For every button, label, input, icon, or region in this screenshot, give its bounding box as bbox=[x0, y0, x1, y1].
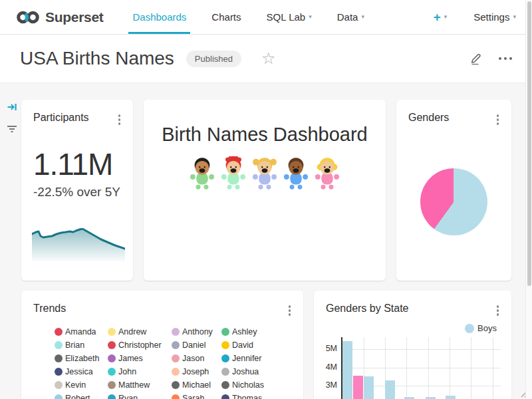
legend-color-dot bbox=[108, 341, 116, 349]
y-axis-tick-label: 4M bbox=[314, 362, 337, 372]
edit-dashboard-button[interactable] bbox=[469, 52, 483, 65]
legend-color-dot bbox=[55, 394, 63, 399]
y-axis-tick-label: 3M bbox=[314, 380, 337, 390]
legend-item-john[interactable]: John bbox=[108, 365, 172, 378]
legend-item-ryan[interactable]: Ryan bbox=[108, 392, 172, 399]
gridline-vertical bbox=[471, 337, 471, 399]
bar-boys[interactable] bbox=[446, 396, 456, 399]
legend-color-dot bbox=[108, 381, 116, 389]
trends-card: Trends AmandaAndrewAnthonyAshleyBrianChr… bbox=[21, 291, 303, 399]
legend-item-michael[interactable]: Michael bbox=[172, 378, 221, 392]
baby-emoji-3 bbox=[250, 156, 279, 190]
published-badge[interactable]: Published bbox=[186, 51, 241, 67]
legend-label: Sarah bbox=[182, 394, 204, 399]
favorite-star-icon[interactable]: ☆ bbox=[261, 51, 276, 66]
big-number-delta: -22.5% over 5Y bbox=[33, 185, 133, 200]
baby-emoji-5 bbox=[313, 156, 342, 190]
legend-item-jennifer[interactable]: Jennifer bbox=[221, 352, 288, 365]
legend-item-jessica[interactable]: Jessica bbox=[55, 365, 108, 378]
superset-logo[interactable]: Superset bbox=[16, 9, 103, 25]
app-window: Superset Dashboards Charts SQL Lab ▾ Dat… bbox=[0, 0, 532, 399]
legend-label: Ryan bbox=[118, 394, 138, 399]
legend-item-thomas[interactable]: Thomas bbox=[221, 392, 288, 399]
legend-color-dot bbox=[172, 328, 180, 336]
nav-label: Data bbox=[337, 11, 358, 23]
legend-color-dot bbox=[172, 394, 180, 399]
legend-label: Andrew bbox=[118, 327, 146, 336]
scrollbar-thumb[interactable] bbox=[527, 1, 531, 286]
caret-down-icon: ▾ bbox=[361, 14, 364, 20]
bar-girls[interactable] bbox=[353, 376, 363, 399]
legend-label: Brian bbox=[65, 340, 84, 350]
settings-menu[interactable]: Settings ▾ bbox=[473, 11, 516, 23]
baby-emoji-4 bbox=[281, 156, 311, 190]
genders-pie[interactable] bbox=[420, 168, 487, 235]
legend-item-james[interactable]: James bbox=[108, 352, 172, 365]
legend-color-dot bbox=[172, 381, 180, 389]
y-axis-tick-label: 5M bbox=[314, 344, 337, 353]
legend-color-dot bbox=[221, 368, 229, 376]
legend-label: Anthony bbox=[182, 327, 213, 336]
navbar-right: + ▾ Settings ▾ bbox=[434, 11, 516, 23]
legend-item-jason[interactable]: Jason bbox=[172, 352, 221, 365]
legend-label: David bbox=[232, 340, 253, 350]
legend-item-sarah[interactable]: Sarah bbox=[172, 392, 221, 399]
legend-item-joshua[interactable]: Joshua bbox=[221, 365, 288, 378]
expand-filter-panel-button[interactable] bbox=[5, 100, 19, 114]
legend-label: Michael bbox=[182, 380, 211, 390]
legend-item-nicholas[interactable]: Nicholas bbox=[221, 378, 288, 392]
top-navbar: Superset Dashboards Charts SQL Lab ▾ Dat… bbox=[0, 0, 532, 35]
legend-label: Jessica bbox=[65, 367, 93, 376]
gridline-vertical bbox=[428, 337, 429, 399]
page-scrollbar bbox=[525, 0, 532, 399]
nav-item-data[interactable]: Data ▾ bbox=[337, 0, 364, 34]
legend-label: Matthew bbox=[118, 380, 150, 390]
filter-list-button[interactable] bbox=[5, 123, 19, 135]
header-actions bbox=[469, 52, 513, 65]
legend-item-kevin[interactable]: Kevin bbox=[55, 378, 108, 392]
legend-item-daniel[interactable]: Daniel bbox=[172, 338, 221, 352]
legend-item-robert[interactable]: Robert bbox=[55, 392, 108, 399]
legend-item-christopher[interactable]: Christopher bbox=[108, 338, 172, 352]
legend-color-dot bbox=[221, 341, 229, 349]
nav-item-sql-lab[interactable]: SQL Lab ▾ bbox=[267, 0, 312, 34]
legend-color-dot bbox=[55, 354, 63, 362]
legend-item-joseph[interactable]: Joseph bbox=[172, 365, 221, 378]
caret-down-icon: ▾ bbox=[309, 14, 312, 20]
legend-item-matthew[interactable]: Matthew bbox=[108, 378, 172, 392]
new-item-button[interactable]: + ▾ bbox=[434, 11, 448, 23]
kebab-menu-icon[interactable] bbox=[287, 303, 293, 319]
legend-color-dot bbox=[108, 368, 116, 376]
legend-item-ashley[interactable]: Ashley bbox=[221, 325, 288, 338]
legend-label: Amanda bbox=[65, 327, 96, 336]
legend-color-dot bbox=[221, 328, 229, 336]
bar-boys[interactable] bbox=[404, 397, 414, 399]
more-options-button[interactable] bbox=[499, 57, 513, 61]
brand-name: Superset bbox=[45, 9, 103, 25]
legend-label: Elizabeth bbox=[65, 354, 99, 363]
legend-item-anthony[interactable]: Anthony bbox=[172, 325, 221, 338]
gridline-horizontal bbox=[342, 349, 501, 350]
bar-boys[interactable] bbox=[385, 380, 395, 399]
kebab-menu-icon[interactable] bbox=[495, 112, 501, 128]
legend-label: James bbox=[118, 354, 143, 363]
legend-color-dot bbox=[221, 394, 229, 399]
trends-legend: AmandaAndrewAnthonyAshleyBrianChristophe… bbox=[55, 325, 288, 399]
big-number-value: 1.11M bbox=[33, 146, 133, 182]
legend-item-david[interactable]: David bbox=[221, 338, 288, 352]
legend-color-dot bbox=[172, 368, 180, 376]
kebab-menu-icon[interactable] bbox=[116, 112, 123, 128]
legend-label: Joseph bbox=[182, 367, 209, 376]
legend-item-brian[interactable]: Brian bbox=[55, 338, 108, 352]
bar-boys[interactable] bbox=[364, 376, 374, 399]
legend-label: Ashley bbox=[232, 327, 257, 336]
legend-item-elizabeth[interactable]: Elizabeth bbox=[55, 352, 108, 365]
legend-item-andrew[interactable]: Andrew bbox=[108, 325, 172, 338]
legend-label: John bbox=[118, 367, 136, 376]
bar-boys[interactable] bbox=[426, 397, 436, 399]
legend-color-dot bbox=[221, 381, 229, 389]
nav-item-charts[interactable]: Charts bbox=[211, 0, 241, 34]
legend-item-amanda[interactable]: Amanda bbox=[55, 325, 108, 338]
nav-item-dashboards[interactable]: Dashboards bbox=[132, 0, 186, 34]
bar-boys[interactable] bbox=[342, 341, 352, 399]
